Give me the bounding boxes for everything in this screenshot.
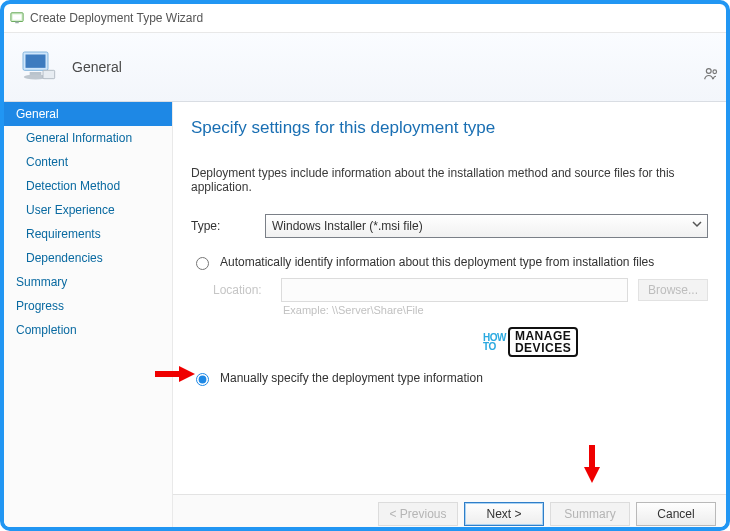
wizard-footer: < Previous Next > Summary Cancel xyxy=(173,494,726,531)
radio-manual[interactable] xyxy=(196,373,209,386)
svg-rect-1 xyxy=(13,15,22,20)
sidebar-item-label: Detection Method xyxy=(26,179,120,193)
svg-point-9 xyxy=(713,70,717,74)
sidebar-item-detection-method[interactable]: Detection Method xyxy=(4,174,172,198)
location-label: Location: xyxy=(213,283,271,297)
app-icon xyxy=(10,11,24,25)
window-title: Create Deployment Type Wizard xyxy=(30,11,203,25)
sidebar-item-requirements[interactable]: Requirements xyxy=(4,222,172,246)
sidebar-item-content[interactable]: Content xyxy=(4,150,172,174)
computer-icon xyxy=(18,47,58,87)
previous-button: < Previous xyxy=(378,502,458,526)
sidebar-item-user-experience[interactable]: User Experience xyxy=(4,198,172,222)
svg-rect-4 xyxy=(26,55,46,68)
sidebar-item-label: Progress xyxy=(16,299,64,313)
arrow-down-icon xyxy=(581,443,603,483)
sidebar-item-completion[interactable]: Completion xyxy=(4,318,172,342)
watermark-small: HOWTO xyxy=(483,333,506,351)
svg-rect-7 xyxy=(43,70,55,78)
summary-button: Summary xyxy=(550,502,630,526)
sidebar-item-summary[interactable]: Summary xyxy=(4,270,172,294)
radio-auto[interactable] xyxy=(196,257,209,270)
sidebar-item-general[interactable]: General xyxy=(4,102,172,126)
type-label: Type: xyxy=(191,219,251,233)
people-icon[interactable] xyxy=(702,65,720,83)
page-description: Deployment types include information abo… xyxy=(191,166,708,194)
sidebar-item-label: Summary xyxy=(16,275,67,289)
location-example: Example: \\Server\Share\File xyxy=(283,304,708,316)
chevron-down-icon xyxy=(691,218,703,233)
wizard-sidebar: General General Information Content Dete… xyxy=(4,102,173,531)
sidebar-item-label: Dependencies xyxy=(26,251,103,265)
watermark-box: MANAGEDEVICES xyxy=(508,327,578,357)
arrow-right-icon xyxy=(153,364,195,384)
page-heading: Specify settings for this deployment typ… xyxy=(191,118,708,138)
titlebar: Create Deployment Type Wizard xyxy=(4,4,726,33)
watermark-logo: HOWTO MANAGEDEVICES xyxy=(483,327,578,357)
sidebar-item-label: Content xyxy=(26,155,68,169)
sidebar-item-label: General xyxy=(16,107,59,121)
location-input xyxy=(281,278,628,302)
sidebar-item-label: General Information xyxy=(26,131,132,145)
svg-marker-13 xyxy=(584,467,600,483)
svg-point-8 xyxy=(706,69,711,74)
type-select[interactable]: Windows Installer (*.msi file) xyxy=(265,214,708,238)
sidebar-item-progress[interactable]: Progress xyxy=(4,294,172,318)
svg-rect-2 xyxy=(15,22,19,24)
type-select-value: Windows Installer (*.msi file) xyxy=(272,219,423,233)
header-band: General xyxy=(4,33,726,102)
browse-button: Browse... xyxy=(638,279,708,301)
cancel-button[interactable]: Cancel xyxy=(636,502,716,526)
sidebar-item-general-information[interactable]: General Information xyxy=(4,126,172,150)
sidebar-item-label: Completion xyxy=(16,323,77,337)
header-title: General xyxy=(72,59,122,75)
next-button[interactable]: Next > xyxy=(464,502,544,526)
sidebar-item-label: User Experience xyxy=(26,203,115,217)
radio-manual-label: Manually specify the deployment type inf… xyxy=(220,371,483,385)
radio-auto-label: Automatically identify information about… xyxy=(220,255,654,269)
wizard-content: Specify settings for this deployment typ… xyxy=(173,102,726,531)
sidebar-item-dependencies[interactable]: Dependencies xyxy=(4,246,172,270)
sidebar-item-label: Requirements xyxy=(26,227,101,241)
wizard-window: Create Deployment Type Wizard General Ge… xyxy=(0,0,730,531)
svg-marker-11 xyxy=(179,366,195,382)
